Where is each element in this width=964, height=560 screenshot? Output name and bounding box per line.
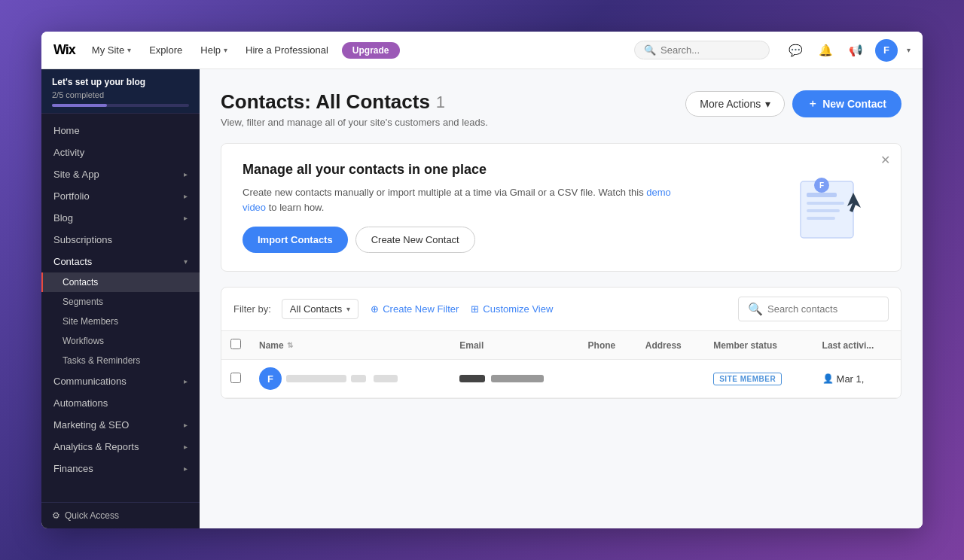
new-contact-label: New Contact <box>822 98 886 110</box>
sidebar-item-segments[interactable]: Segments <box>41 292 200 312</box>
search-input[interactable] <box>660 44 766 56</box>
contacts-search-input[interactable] <box>767 303 879 315</box>
row-email-blur2 <box>491 375 544 382</box>
broadcast-icon[interactable]: 📢 <box>845 40 866 61</box>
site-members-label: Site Members <box>63 316 118 327</box>
alerts-icon[interactable]: 🔔 <box>815 40 836 61</box>
svg-rect-1 <box>807 193 837 197</box>
hire-nav[interactable]: Hire a Professional <box>241 41 333 59</box>
nav-icon-group: 💬 🔔 📢 F ▾ <box>785 39 911 62</box>
page-title-text: Contacts: All Contacts <box>221 90 430 114</box>
sidebar-item-workflows[interactable]: Workflows <box>41 331 200 351</box>
customize-view-button[interactable]: ⊞ Customize View <box>471 303 553 315</box>
sidebar-section-site-app[interactable]: Site & App ▸ <box>41 163 200 185</box>
row-name-blur2 <box>351 375 366 382</box>
portfolio-label: Portfolio <box>53 190 90 202</box>
customize-icon: ⊞ <box>471 303 479 315</box>
communications-label: Communications <box>53 376 127 387</box>
site-app-chevron-icon: ▸ <box>184 170 188 178</box>
explore-nav[interactable]: Explore <box>145 41 187 59</box>
hire-label: Hire a Professional <box>246 44 328 56</box>
th-email-label: Email <box>459 340 484 351</box>
page-title: Contacts: All Contacts 1 <box>221 90 488 114</box>
sidebar-section-contacts[interactable]: Contacts ▾ <box>41 251 200 272</box>
quick-access-icon: ⚙ <box>52 510 60 521</box>
help-nav[interactable]: Help ▾ <box>196 41 232 59</box>
communications-chevron-icon: ▸ <box>184 377 188 385</box>
th-member-status-label: Member status <box>713 340 777 351</box>
new-contact-button[interactable]: ＋ New Contact <box>792 90 901 117</box>
contacts-search-box[interactable]: 🔍 <box>738 297 889 321</box>
blog-label: Blog <box>53 212 73 224</box>
my-site-nav[interactable]: My Site ▾ <box>87 41 136 59</box>
th-name: Name ⇅ <box>250 331 450 360</box>
svg-rect-2 <box>807 202 844 205</box>
activity-label: Activity <box>53 147 84 158</box>
filter-label: Filter by: <box>233 303 271 315</box>
table-row[interactable]: F <box>221 360 901 398</box>
progress-bar-bg <box>52 104 189 107</box>
th-name-sort-icon[interactable]: ⇅ <box>287 341 293 349</box>
sidebar-item-site-members[interactable]: Site Members <box>41 312 200 331</box>
my-site-chevron-icon: ▾ <box>127 46 131 54</box>
banner-title: Manage all your contacts in one place <box>243 162 694 178</box>
banner-actions: Import Contacts Create New Contact <box>243 227 694 253</box>
segments-label: Segments <box>63 297 103 307</box>
more-actions-label: More Actions <box>700 98 761 110</box>
global-search[interactable]: 🔍 <box>634 41 770 59</box>
banner-illustration: F <box>782 170 880 245</box>
progress-bar-fill <box>52 104 107 107</box>
quick-access-button[interactable]: ⚙ Quick Access <box>52 510 189 521</box>
main-content: Contacts: All Contacts 1 View, filter an… <box>200 69 923 528</box>
page-count-badge: 1 <box>436 93 445 112</box>
import-contacts-button[interactable]: Import Contacts <box>243 227 348 253</box>
row-member-status-cell: SITE MEMBER <box>704 360 813 398</box>
sidebar-section-finances[interactable]: Finances ▸ <box>41 458 200 479</box>
header-actions: More Actions ▾ ＋ New Contact <box>685 90 901 117</box>
sidebar-section-analytics[interactable]: Analytics & Reports ▸ <box>41 436 200 458</box>
row-phone-cell <box>579 360 636 398</box>
row-name-blur3 <box>374 375 398 382</box>
analytics-chevron-icon: ▸ <box>184 443 188 451</box>
th-phone: Phone <box>579 331 636 360</box>
table-toolbar: Filter by: All Contacts ▾ ⊕ Create New F… <box>221 288 901 331</box>
table-header: Name ⇅ Email Phone Address <box>221 331 901 360</box>
filter-select-dropdown[interactable]: All Contacts ▾ <box>282 299 358 319</box>
sidebar-section-communications[interactable]: Communications ▸ <box>41 370 200 392</box>
banner-close-button[interactable]: ✕ <box>880 153 890 167</box>
automations-label: Automations <box>53 397 108 409</box>
upgrade-button[interactable]: Upgrade <box>342 42 400 59</box>
sidebar-item-subscriptions[interactable]: Subscriptions <box>41 229 200 251</box>
filter-select-arrow-icon: ▾ <box>346 305 350 313</box>
sidebar-section-marketing[interactable]: Marketing & SEO ▸ <box>41 414 200 436</box>
notifications-icon[interactable]: 💬 <box>785 40 806 61</box>
row-checkbox[interactable] <box>230 373 241 383</box>
sidebar-item-tasks-reminders[interactable]: Tasks & Reminders <box>41 351 200 370</box>
avatar[interactable]: F <box>875 39 898 62</box>
sidebar-item-automations[interactable]: Automations <box>41 392 200 414</box>
row-last-activity-cell: 👤 Mar 1, <box>813 360 901 398</box>
sidebar-item-home[interactable]: Home <box>41 120 200 142</box>
contacts-search-icon: 🔍 <box>748 302 763 316</box>
row-checkbox-cell[interactable] <box>221 360 250 398</box>
select-all-checkbox[interactable] <box>230 339 241 349</box>
sidebar-section-blog[interactable]: Blog ▸ <box>41 207 200 229</box>
last-activity-date: Mar 1, <box>837 373 865 385</box>
create-filter-button[interactable]: ⊕ Create New Filter <box>371 303 459 315</box>
th-name-label: Name <box>259 340 284 351</box>
my-site-label: My Site <box>92 44 124 56</box>
create-new-contact-button[interactable]: Create New Contact <box>355 227 475 253</box>
sidebar-item-contacts[interactable]: Contacts <box>41 272 200 292</box>
th-address: Address <box>636 331 704 360</box>
setup-block[interactable]: Let's set up your blog 2/5 completed <box>41 69 200 114</box>
filter-value: All Contacts <box>290 303 342 315</box>
sidebar-item-activity[interactable]: Activity <box>41 142 200 163</box>
subscriptions-label: Subscriptions <box>53 234 112 245</box>
th-member-status: Member status <box>704 331 813 360</box>
more-actions-button[interactable]: More Actions ▾ <box>685 91 785 117</box>
tasks-reminders-label: Tasks & Reminders <box>63 355 140 366</box>
more-actions-chevron-icon: ▾ <box>765 98 770 110</box>
sidebar-section-portfolio[interactable]: Portfolio ▸ <box>41 185 200 207</box>
svg-text:F: F <box>819 181 824 190</box>
table-body: F <box>221 360 901 398</box>
